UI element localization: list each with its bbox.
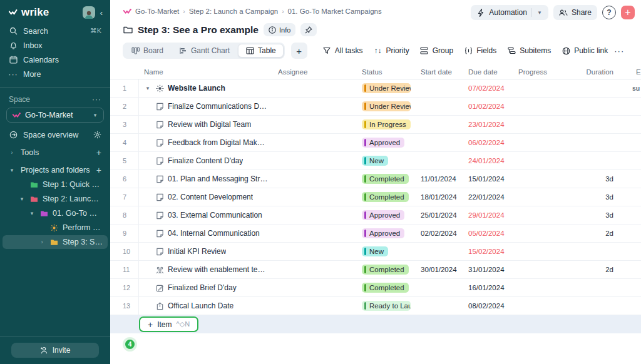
chevron-down-icon[interactable]: ▾ <box>29 210 35 216</box>
duration-cell[interactable] <box>565 297 618 315</box>
effort-cell[interactable] <box>618 261 641 278</box>
wrike-logo[interactable]: wrike <box>9 6 83 19</box>
toolbar-more-icon[interactable]: ··· <box>614 46 624 56</box>
assignee-cell[interactable] <box>273 79 357 97</box>
column-header-e[interactable]: E <box>618 68 641 76</box>
info-button[interactable]: Info <box>264 23 295 36</box>
duration-cell[interactable] <box>565 279 618 296</box>
status-badge[interactable]: Approved <box>362 138 404 148</box>
due-date-cell[interactable]: 08/02/2024 <box>463 297 513 315</box>
pin-button[interactable] <box>300 23 317 36</box>
column-header-name[interactable]: Name <box>139 68 273 76</box>
due-date-cell[interactable]: 15/01/2024 <box>463 170 513 188</box>
effort-cell[interactable] <box>618 170 641 188</box>
status-badge[interactable]: Under Review <box>362 83 411 93</box>
effort-cell[interactable] <box>618 225 641 242</box>
duration-cell[interactable]: 3d <box>565 170 618 188</box>
tab-board[interactable]: Board <box>124 44 170 58</box>
status-badge[interactable]: Approved <box>362 210 404 220</box>
due-date-cell[interactable]: 05/02/2024 <box>463 225 513 242</box>
task-name-cell[interactable]: 02. Content Development <box>139 188 273 206</box>
assignee-cell[interactable] <box>273 134 357 151</box>
start-date-cell[interactable]: 25/01/2024 <box>416 206 463 224</box>
start-date-cell[interactable] <box>416 79 463 97</box>
assignee-cell[interactable] <box>273 225 357 242</box>
toolbar-button-group[interactable]: Group <box>420 46 453 55</box>
start-date-cell[interactable] <box>416 243 463 260</box>
duration-cell[interactable] <box>565 243 618 260</box>
sidebar-collapse-icon[interactable]: ‹ <box>100 8 103 18</box>
due-date-cell[interactable]: 23/01/2024 <box>463 116 513 133</box>
effort-cell[interactable] <box>618 279 641 296</box>
effort-cell[interactable] <box>618 98 641 115</box>
start-date-cell[interactable] <box>416 297 463 315</box>
progress-cell[interactable] <box>513 116 565 133</box>
due-date-cell[interactable]: 24/01/2024 <box>463 152 513 169</box>
task-name-cell[interactable]: 01. Plan and Messaging Strategy <box>139 170 273 188</box>
assignee-cell[interactable] <box>273 243 357 260</box>
sidebar-section-tools[interactable]: › Tools + <box>0 145 110 159</box>
sidebar-item-space-overview[interactable]: Space overview <box>0 128 110 142</box>
column-header-assignee[interactable]: Assignee <box>273 68 357 76</box>
start-date-cell[interactable] <box>416 116 463 133</box>
add-project-icon[interactable]: + <box>96 165 101 175</box>
help-button[interactable]: ? <box>602 6 616 19</box>
toolbar-button-all-tasks[interactable]: All tasks <box>322 46 363 55</box>
user-avatar[interactable] <box>83 6 95 19</box>
duration-cell[interactable]: 2d <box>565 225 618 242</box>
toolbar-button-priority[interactable]: ↑↓Priority <box>373 46 409 55</box>
task-name-cell[interactable]: Review with Digital Team <box>139 116 273 133</box>
duration-cell[interactable] <box>565 152 618 169</box>
assignee-cell[interactable] <box>273 261 357 278</box>
task-name-cell[interactable]: ▾Website Launch <box>139 79 273 97</box>
gear-icon[interactable] <box>93 131 101 139</box>
table-row[interactable]: 2Finalize Communications D'dayUnder Revi… <box>110 98 641 116</box>
effort-cell[interactable] <box>618 188 641 206</box>
column-header-duration[interactable]: Duration <box>565 68 618 76</box>
status-badge[interactable]: Completed <box>362 174 409 184</box>
breadcrumb-item[interactable]: Step 2: Launch a Campaign <box>189 8 279 15</box>
table-row[interactable]: 4Feedback from Digital MaketingApproved0… <box>110 134 641 152</box>
start-date-cell[interactable]: 30/01/2024 <box>416 261 463 278</box>
sidebar-item-calendars[interactable]: Calendars <box>0 53 110 67</box>
status-cell[interactable]: Completed <box>357 261 416 278</box>
space-more-icon[interactable]: ··· <box>92 95 101 104</box>
assignee-cell[interactable] <box>273 170 357 188</box>
table-row[interactable]: 10Initial KPI ReviewNew15/02/2024 <box>110 243 641 261</box>
due-date-cell[interactable]: 07/02/2024 <box>463 79 513 97</box>
duration-cell[interactable] <box>565 79 618 97</box>
progress-cell[interactable] <box>513 188 565 206</box>
sidebar-tree-item[interactable]: Perform Customer... <box>3 221 108 235</box>
status-cell[interactable]: Under Review <box>357 79 416 97</box>
toolbar-button-fields[interactable]: Fields <box>464 46 496 55</box>
duration-cell[interactable] <box>565 116 618 133</box>
sidebar-item-search[interactable]: Search⌘K <box>0 24 110 38</box>
start-date-cell[interactable] <box>416 134 463 151</box>
progress-cell[interactable] <box>513 206 565 224</box>
progress-cell[interactable] <box>513 297 565 315</box>
invite-button[interactable]: Invite <box>11 343 99 358</box>
progress-cell[interactable] <box>513 79 565 97</box>
status-cell[interactable]: In Progress <box>357 116 416 133</box>
table-row[interactable]: 11Review with enablement teamCompleted30… <box>110 261 641 279</box>
add-view-button[interactable]: + <box>291 43 307 59</box>
effort-cell[interactable] <box>618 134 641 151</box>
effort-cell[interactable]: su <box>618 79 641 97</box>
duration-cell[interactable]: 3d <box>565 206 618 224</box>
status-cell[interactable]: New <box>357 152 416 169</box>
space-selector[interactable]: Go-To-Market ▾ <box>6 108 104 123</box>
breadcrumb-item[interactable]: Go-To-Market <box>135 8 179 15</box>
task-name-cell[interactable]: Finalize Content D'day <box>139 152 273 169</box>
sidebar-item-more[interactable]: ···More <box>0 67 110 81</box>
due-date-cell[interactable]: 29/01/2024 <box>463 206 513 224</box>
assignee-cell[interactable] <box>273 297 357 315</box>
task-name-cell[interactable]: Finalized Brief D'day <box>139 279 273 296</box>
status-badge[interactable]: Completed <box>362 283 409 293</box>
duration-cell[interactable] <box>565 134 618 151</box>
status-cell[interactable]: Approved <box>357 225 416 242</box>
chevron-down-icon[interactable]: ▾ <box>19 196 25 202</box>
duration-cell[interactable]: 3d <box>565 188 618 206</box>
breadcrumb-item[interactable]: 01. Go-To Market Campaigns <box>288 8 382 15</box>
status-cell[interactable]: Under Review <box>357 98 416 115</box>
toolbar-button-public-link[interactable]: Public link <box>562 46 608 55</box>
